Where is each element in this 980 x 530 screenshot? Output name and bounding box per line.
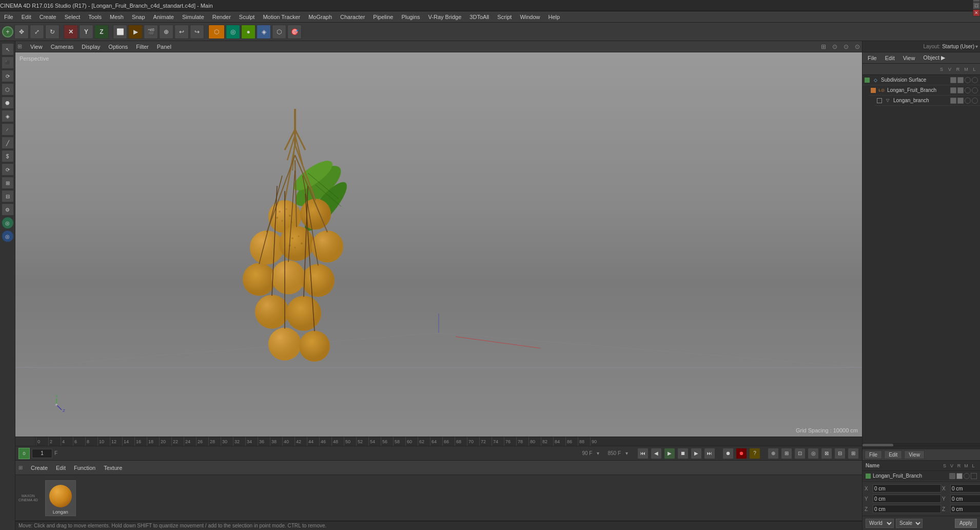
menu-mograph[interactable]: MoGraph (304, 13, 336, 21)
vp-filter-menu[interactable]: Filter (134, 43, 150, 50)
menu-render[interactable]: Render (208, 13, 235, 21)
x-pos-input[interactable] (873, 484, 941, 493)
sidebar-poly-btn[interactable]: ⬡ (2, 83, 14, 96)
tb-obj-4[interactable]: ◈ (257, 25, 271, 39)
sz-input[interactable] (950, 505, 980, 513)
vp-icon-2[interactable]: ⊙ (832, 43, 837, 50)
sidebar-vert-btn[interactable]: ◈ (2, 110, 14, 122)
menu-simulate[interactable]: Simulate (178, 13, 208, 21)
tb-z-btn[interactable]: Z (94, 25, 109, 39)
menu-motion-tracker[interactable]: Motion Tracker (259, 13, 304, 21)
sidebar-spline-btn[interactable]: ⚙ (2, 203, 14, 216)
tb-obj-3[interactable]: ● (241, 25, 256, 39)
tb-obj-2[interactable]: ◎ (226, 25, 240, 39)
tb-pb-render[interactable]: ↪ (190, 25, 204, 39)
play-btn[interactable]: ▶ (664, 448, 675, 459)
tb-move-btn[interactable]: ✥ (14, 25, 29, 39)
sidebar-smear-btn[interactable]: $ (2, 150, 14, 162)
world-select[interactable]: World Object (866, 519, 894, 528)
maximize-button[interactable]: □ (973, 2, 980, 9)
mat-edit[interactable]: Edit (54, 464, 68, 471)
current-frame-input[interactable] (32, 449, 52, 458)
vp-panel-menu[interactable]: Panel (155, 43, 173, 50)
scale-select[interactable]: Scale (896, 519, 923, 528)
menu-file[interactable]: File (0, 13, 17, 21)
pb-btn3[interactable]: ⊟ (834, 448, 846, 459)
go-end-btn[interactable]: ⏭ (704, 448, 715, 459)
tb-render-active[interactable]: 🎬 (144, 25, 158, 39)
vp-view-menu[interactable]: View (28, 43, 45, 50)
sidebar-grid-btn[interactable]: ⊞ (2, 177, 14, 189)
pb-btn4[interactable]: ⊞ (848, 448, 859, 459)
attr-eye-icon[interactable] (949, 473, 955, 479)
om-view[interactable]: View (900, 54, 918, 62)
tb-rotate-btn[interactable]: ↻ (45, 25, 60, 39)
help-btn[interactable]: ? (749, 448, 760, 459)
vp-cameras-menu[interactable]: Cameras (49, 43, 76, 50)
vp-icon-1[interactable]: ⊞ (821, 43, 826, 50)
tb-add-render[interactable]: ⊕ (159, 25, 173, 39)
sidebar-camera-btn[interactable]: ◎ (2, 217, 14, 229)
menu-pipeline[interactable]: Pipeline (369, 13, 397, 21)
menu-help[interactable]: Help (544, 13, 564, 21)
mat-function[interactable]: Function (72, 464, 97, 471)
sidebar-select-btn[interactable]: ⬛ (2, 56, 14, 69)
tb-render-q[interactable]: ↩ (174, 25, 189, 39)
tb-obj-6[interactable]: 🎯 (287, 25, 302, 39)
attr-extra-icon[interactable] (964, 473, 970, 479)
go-start-btn[interactable]: ⏮ (637, 448, 649, 459)
y-pos-input[interactable] (873, 495, 941, 503)
menu-animate[interactable]: Animate (149, 13, 178, 21)
menu-3dtoall[interactable]: 3DToAll (465, 13, 493, 21)
sidebar-edge-btn[interactable]: ⬣ (2, 97, 14, 109)
tb-x-btn[interactable]: ✕ (64, 25, 78, 39)
tb-obj-1[interactable]: ⬡ (208, 25, 225, 39)
pb-btn1[interactable]: ◎ (808, 448, 819, 459)
keyframe-btn[interactable]: ⊕ (768, 448, 779, 459)
vp-display-menu[interactable]: Display (80, 43, 102, 50)
tb-render-view[interactable]: ▶ (128, 25, 143, 39)
attr-edit[interactable]: Edit (884, 450, 902, 459)
menu-edit[interactable]: Edit (17, 13, 35, 21)
close-button[interactable]: ✕ (973, 9, 980, 16)
record-active-btn[interactable]: ⏺ (736, 448, 747, 459)
sidebar-lasso-btn[interactable]: ⟳ (2, 70, 14, 82)
menu-snap[interactable]: Snap (128, 13, 149, 21)
motion-clip-btn[interactable]: ⊡ (794, 448, 806, 459)
vp-icon-4[interactable]: ⊙ (855, 43, 860, 50)
menu-vray[interactable]: V-Ray Bridge (424, 13, 466, 21)
timeline-ruler[interactable]: 0 2 4 6 8 10 12 14 16 18 20 22 24 26 28 … (15, 437, 862, 446)
vp-icon-3[interactable]: ⊙ (844, 43, 849, 50)
sidebar-paint-btn[interactable]: ╱ (2, 137, 14, 149)
menu-select[interactable]: Select (61, 13, 85, 21)
attr-extra2-icon[interactable] (971, 473, 977, 479)
z-pos-input[interactable] (873, 505, 941, 513)
prev-frame-btn[interactable]: ◀ (651, 448, 662, 459)
sidebar-mode-btn[interactable]: ↖ (2, 43, 14, 55)
attr-file[interactable]: File (865, 450, 882, 459)
obj-longan-fruit-branch[interactable]: L◎ Longan_Fruit_Branch (869, 85, 980, 96)
record-btn[interactable]: ⏺ (722, 448, 734, 459)
sy-input[interactable] (950, 495, 980, 503)
attr-longan-row[interactable]: Longan_Fruit_Branch (863, 471, 980, 481)
vp-options-menu[interactable]: Options (106, 43, 130, 50)
obj-subdivision-surface[interactable]: ◇ Subdivision Surface (863, 75, 980, 85)
tb-obj-5[interactable]: ⬡ (272, 25, 286, 39)
om-object[interactable]: Object ▶ (920, 54, 948, 62)
pb-btn2[interactable]: ⊠ (821, 448, 832, 459)
tb-y-btn[interactable]: Y (79, 25, 93, 39)
om-edit[interactable]: Edit (882, 54, 898, 62)
sidebar-live-btn[interactable]: ∕ (2, 123, 14, 136)
stop-btn[interactable]: ⏹ (677, 448, 689, 459)
tb-mode-btn[interactable]: + (2, 26, 13, 37)
menu-create[interactable]: Create (35, 13, 61, 21)
mat-texture[interactable]: Texture (102, 464, 124, 471)
sidebar-smooth-btn[interactable]: ⟳ (2, 163, 14, 176)
menu-character[interactable]: Character (336, 13, 369, 21)
mat-create[interactable]: Create (29, 464, 50, 471)
menu-mesh[interactable]: Mesh (106, 13, 128, 21)
obj-longan-branch[interactable]: ▽ Longan_branch (875, 96, 980, 106)
menu-script[interactable]: Script (493, 13, 516, 21)
apply-button[interactable]: Apply (955, 519, 977, 528)
attr-view[interactable]: View (904, 450, 925, 459)
